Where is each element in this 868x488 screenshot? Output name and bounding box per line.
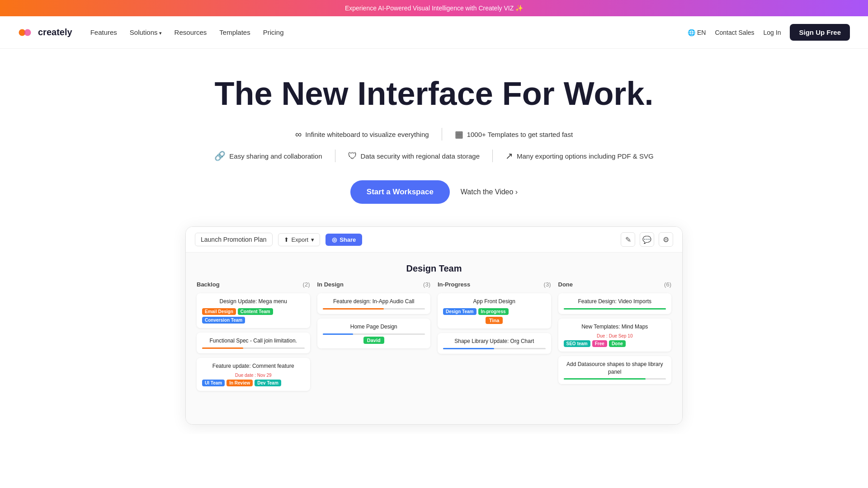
card-title: Feature Design: Video Imports: [564, 298, 666, 305]
progress-bar: [443, 348, 546, 349]
card-title: Feature update: Comment feature: [202, 362, 305, 370]
card-title: New Templates: Mind Maps: [564, 323, 666, 331]
table-row: Shape Library Update: Org Chart: [438, 333, 551, 354]
table-row: Home Page Design David: [317, 319, 431, 348]
table-row: Feature update: Comment feature Due date…: [197, 358, 310, 391]
cta-row: Start a Workspace Watch the Video ›: [18, 180, 850, 204]
progress-fill: [443, 348, 494, 349]
progress-bar: [564, 378, 666, 380]
svg-point-1: [24, 29, 31, 36]
col-title-inprogress: In-Progress: [438, 281, 470, 288]
nav-features[interactable]: Features: [90, 28, 117, 36]
table-row: Feature Design: Video Imports: [558, 293, 672, 314]
tag: Email Design: [202, 308, 236, 315]
kanban-col-done: Done (6) Feature Design: Video Imports N…: [558, 281, 672, 395]
sharing-icon: 🔗: [214, 150, 226, 161]
nav-left: creately Features Solutions Resources Te…: [18, 27, 284, 38]
tag: SEO team: [564, 340, 590, 347]
progress-bar: [323, 308, 425, 310]
col-count-indesign: (3): [423, 281, 430, 288]
export-icon-btn: ⬆: [284, 236, 289, 243]
tag-row: UI Team In Review Dev Team: [202, 380, 305, 386]
features-row-1: ∞ Infinite whiteboard to visualize every…: [18, 128, 850, 141]
feature-sharing: 🔗 Easy sharing and collaboration: [202, 150, 335, 161]
card-title: Add Datasource shapes to shape library p…: [564, 361, 666, 376]
due-date: Due : Due Sep 10: [564, 333, 666, 338]
feature-templates-text: 1000+ Templates to get started fast: [467, 131, 573, 138]
demo-content: Design Team Backlog (2) Design Update: M…: [186, 253, 682, 424]
whiteboard-icon: ∞: [295, 129, 302, 140]
share-icon: ◎: [332, 236, 337, 243]
tag: Done: [609, 340, 626, 347]
feature-whiteboard-text: Infinite whiteboard to visualize everyth…: [305, 131, 429, 138]
login-link[interactable]: Log In: [764, 29, 781, 36]
tag-row: Email Design Content Team Conversion Tea…: [202, 308, 305, 324]
progress-bar: [202, 347, 305, 349]
card-title: Functional Spec - Call join limitation.: [202, 337, 305, 345]
logo[interactable]: creately: [18, 27, 72, 38]
contact-sales-link[interactable]: Contact Sales: [715, 29, 754, 36]
features-row-2: 🔗 Easy sharing and collaboration 🛡 Data …: [18, 150, 850, 162]
signup-button[interactable]: Sign Up Free: [790, 24, 850, 41]
tag-row: Design Team In-progress: [443, 308, 546, 315]
tag: Free: [592, 340, 607, 347]
feature-security: 🛡 Data security with regional data stora…: [335, 151, 492, 161]
export-button[interactable]: ⬆ Export ▾: [278, 233, 321, 246]
feature-export-text: Many exporting options including PDF & S…: [517, 152, 654, 160]
tag: Conversion Team: [202, 317, 245, 324]
progress-fill: [564, 308, 666, 310]
demo-area: Launch Promotion Plan ⬆ Export ▾ ◎ Share…: [185, 226, 683, 425]
feature-templates: ▦ 1000+ Templates to get started fast: [442, 129, 585, 140]
start-workspace-button[interactable]: Start a Workspace: [350, 180, 450, 204]
progress-bar: [564, 308, 666, 310]
progress-fill: [323, 308, 384, 310]
settings-icon-btn[interactable]: ⚙: [659, 232, 673, 247]
toolbar-right: ✎ 💬 ⚙: [621, 232, 673, 247]
kanban-col-inprogress: In-Progress (3) App Front Design Design …: [438, 281, 551, 395]
due-date: Due date : Nov 29: [202, 373, 305, 378]
chevron-down-icon: ▾: [311, 236, 314, 243]
tag: Design Team: [443, 308, 476, 315]
col-header-backlog: Backlog (2): [197, 281, 310, 288]
globe-icon: 🌐: [688, 29, 695, 36]
table-row: Functional Spec - Call join limitation.: [197, 333, 310, 353]
progress-fill: [202, 347, 243, 349]
nav-resources[interactable]: Resources: [175, 28, 207, 36]
card-title: Home Page Design: [323, 323, 425, 331]
feature-export: ↗ Many exporting options including PDF &…: [493, 150, 666, 161]
col-count-inprogress: (3): [544, 281, 551, 288]
col-header-done: Done (6): [558, 281, 672, 288]
table-row: New Templates: Mind Maps Due : Due Sep 1…: [558, 319, 672, 352]
feature-whiteboard: ∞ Infinite whiteboard to visualize every…: [283, 129, 442, 140]
nav-right: 🌐 EN Contact Sales Log In Sign Up Free: [688, 24, 850, 41]
table-row: Design Update: Mega menu Email Design Co…: [197, 293, 310, 328]
progress-bar: [323, 333, 425, 335]
logo-text: creately: [38, 27, 72, 38]
table-row: Feature design: In-App Audio Call: [317, 293, 431, 314]
nav-solutions[interactable]: Solutions: [130, 28, 162, 36]
card-title: Feature design: In-App Audio Call: [323, 298, 425, 305]
kanban-col-indesign: In Design (3) Feature design: In-App Aud…: [317, 281, 431, 395]
col-title-backlog: Backlog: [197, 281, 220, 288]
nav-pricing[interactable]: Pricing: [263, 28, 284, 36]
edit-icon-btn[interactable]: ✎: [621, 232, 635, 247]
comment-icon-btn[interactable]: 💬: [640, 232, 654, 247]
col-count-done: (6): [664, 281, 671, 288]
navbar: creately Features Solutions Resources Te…: [0, 16, 868, 49]
col-count-backlog: (2): [303, 281, 310, 288]
avatar-david: David: [363, 337, 384, 344]
table-row: Add Datasource shapes to shape library p…: [558, 356, 672, 385]
progress-fill: [564, 378, 646, 380]
nav-templates[interactable]: Templates: [219, 28, 250, 36]
kanban-col-backlog: Backlog (2) Design Update: Mega menu Ema…: [197, 281, 310, 395]
col-header-indesign: In Design (3): [317, 281, 431, 288]
lang-label: EN: [697, 29, 706, 36]
hero-section: The New Interface For Work. ∞ Infinite w…: [0, 49, 868, 434]
tag: In Review: [226, 380, 253, 386]
col-header-inprogress: In-Progress (3): [438, 281, 551, 288]
card-title: App Front Design: [443, 298, 546, 305]
top-banner: Experience AI-Powered Visual Intelligenc…: [0, 0, 868, 16]
share-button[interactable]: ◎ Share: [326, 234, 362, 246]
language-selector[interactable]: 🌐 EN: [688, 29, 706, 36]
watch-video-link[interactable]: Watch the Video ›: [461, 188, 518, 196]
